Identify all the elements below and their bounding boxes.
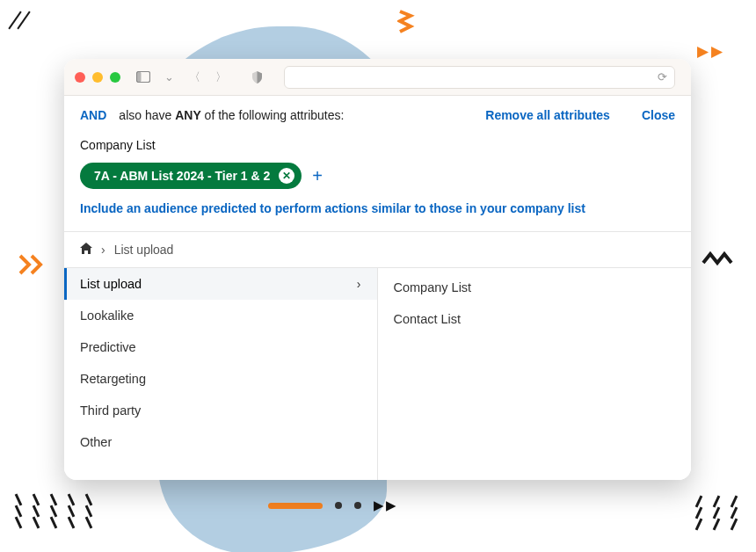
category-list-upload[interactable]: List upload › (64, 268, 377, 300)
forward-button[interactable]: 〉 (212, 69, 230, 85)
address-bar[interactable]: ⟳ (284, 66, 675, 89)
browser-window: ⌄ 〈 〉 ⟳ AND also have ANY of the followi… (64, 59, 691, 480)
minimize-window-button[interactable] (92, 72, 103, 83)
traffic-lights (75, 72, 120, 83)
company-list-chip-row: 7A - ABM List 2024 - Tier 1 & 2 ✕ + (64, 157, 691, 198)
category-chooser: List upload › Lookalike Predictive Retar… (64, 267, 691, 480)
category-list: List upload › Lookalike Predictive Retar… (64, 268, 378, 480)
subcategory-contact-list[interactable]: Contact List (378, 303, 692, 335)
include-lookalike-link[interactable]: Include an audience predicted to perform… (64, 198, 691, 231)
category-lookalike[interactable]: Lookalike (64, 300, 377, 331)
remove-all-attributes-button[interactable]: Remove all attributes (485, 108, 610, 122)
category-predictive[interactable]: Predictive (64, 331, 377, 363)
back-button[interactable]: 〈 (185, 69, 204, 85)
add-company-list-button[interactable]: + (312, 166, 323, 186)
category-retargeting[interactable]: Retargeting (64, 363, 377, 395)
chevron-right-icon: › (357, 277, 361, 291)
decoration-play-top-right: ▶▶ (697, 42, 725, 61)
browser-titlebar: ⌄ 〈 〉 ⟳ (64, 59, 691, 96)
breadcrumb: › List upload (64, 231, 691, 267)
decoration-dashes-bottom-left (12, 498, 95, 524)
decoration-dashes-bottom-right (693, 500, 740, 526)
filter-description: also have ANY of the following attribute… (119, 108, 473, 122)
decoration-zigzag-right (701, 251, 737, 272)
decoration-zigzag-left (18, 253, 47, 280)
sidebar-toggle-icon[interactable] (134, 68, 153, 87)
breadcrumb-separator: › (101, 243, 105, 257)
company-list-chip[interactable]: 7A - ABM List 2024 - Tier 1 & 2 ✕ (80, 163, 302, 189)
breadcrumb-current: List upload (114, 243, 174, 257)
close-window-button[interactable] (75, 72, 85, 83)
svg-rect-1 (137, 72, 142, 83)
subcategory-list: Company List Contact List (378, 268, 692, 480)
chip-label: 7A - ABM List 2024 - Tier 1 & 2 (94, 169, 270, 183)
decoration-zigzag-top (397, 9, 418, 39)
maximize-window-button[interactable] (110, 72, 120, 83)
toolbar-dropdown-icon[interactable]: ⌄ (161, 70, 178, 84)
subcategory-company-list[interactable]: Company List (378, 272, 692, 303)
and-operator-label: AND (80, 108, 106, 122)
refresh-icon[interactable]: ⟳ (658, 70, 667, 84)
decoration-slider-bottom: ▶▶ (268, 498, 398, 513)
company-list-label: Company List (64, 131, 691, 157)
privacy-shield-icon[interactable] (247, 68, 266, 87)
category-other[interactable]: Other (64, 426, 377, 458)
app-content: AND also have ANY of the following attri… (64, 96, 691, 480)
category-third-party[interactable]: Third party (64, 395, 377, 426)
filter-header-row: AND also have ANY of the following attri… (64, 96, 691, 131)
chip-remove-icon[interactable]: ✕ (279, 168, 294, 184)
home-icon[interactable] (80, 243, 92, 257)
close-button[interactable]: Close (642, 108, 675, 122)
